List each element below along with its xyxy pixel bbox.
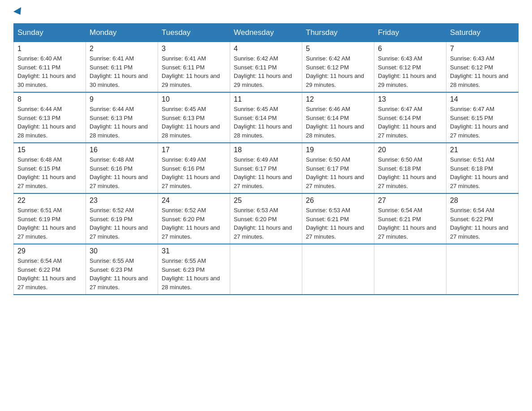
day-number: 4 (234, 45, 298, 53)
daylight-label: Daylight: 11 hours and 27 minutes. (450, 224, 508, 240)
sunrise-label: Sunrise: 6:43 AM (450, 55, 494, 62)
daylight-label: Daylight: 11 hours and 27 minutes. (17, 275, 76, 291)
daylight-label: Daylight: 11 hours and 30 minutes. (90, 73, 148, 88)
table-row: 12 Sunrise: 6:46 AM Sunset: 6:14 PM Dayl… (302, 92, 374, 143)
day-number: 1 (17, 45, 82, 53)
sunrise-label: Sunrise: 6:54 AM (17, 257, 62, 264)
sunrise-label: Sunrise: 6:48 AM (17, 156, 62, 163)
sunrise-label: Sunrise: 6:42 AM (234, 55, 278, 62)
sunrise-label: Sunrise: 6:52 AM (90, 207, 134, 214)
sunset-label: Sunset: 6:12 PM (450, 64, 493, 71)
day-info: Sunrise: 6:50 AM Sunset: 6:18 PM Dayligh… (378, 155, 442, 190)
day-info: Sunrise: 6:48 AM Sunset: 6:15 PM Dayligh… (17, 155, 82, 190)
sunrise-label: Sunrise: 6:45 AM (234, 106, 278, 112)
day-info: Sunrise: 6:43 AM Sunset: 6:12 PM Dayligh… (378, 54, 442, 89)
table-row: 10 Sunrise: 6:45 AM Sunset: 6:13 PM Dayl… (158, 92, 230, 143)
day-info: Sunrise: 6:51 AM Sunset: 6:19 PM Dayligh… (17, 206, 82, 241)
daylight-label: Daylight: 11 hours and 28 minutes. (162, 123, 220, 139)
sunrise-label: Sunrise: 6:46 AM (306, 106, 350, 112)
daylight-label: Daylight: 11 hours and 29 minutes. (378, 73, 436, 88)
sunset-label: Sunset: 6:11 PM (162, 64, 205, 71)
day-info: Sunrise: 6:54 AM Sunset: 6:22 PM Dayligh… (450, 206, 515, 241)
sunset-label: Sunset: 6:19 PM (90, 216, 133, 223)
calendar-week-row: 8 Sunrise: 6:44 AM Sunset: 6:13 PM Dayli… (14, 92, 519, 143)
day-info: Sunrise: 6:52 AM Sunset: 6:19 PM Dayligh… (90, 206, 154, 241)
daylight-label: Daylight: 11 hours and 27 minutes. (162, 224, 220, 240)
day-info: Sunrise: 6:45 AM Sunset: 6:13 PM Dayligh… (162, 105, 226, 140)
daylight-label: Daylight: 11 hours and 27 minutes. (234, 224, 292, 240)
sunset-label: Sunset: 6:15 PM (450, 115, 493, 121)
day-info: Sunrise: 6:52 AM Sunset: 6:20 PM Dayligh… (162, 206, 226, 241)
day-info: Sunrise: 6:45 AM Sunset: 6:14 PM Dayligh… (234, 105, 298, 140)
day-number: 13 (378, 95, 442, 103)
col-monday: Monday (86, 24, 158, 42)
day-info: Sunrise: 6:54 AM Sunset: 6:21 PM Dayligh… (378, 206, 442, 241)
sunset-label: Sunset: 6:18 PM (450, 165, 493, 172)
daylight-label: Daylight: 11 hours and 27 minutes. (162, 174, 220, 189)
daylight-label: Daylight: 11 hours and 28 minutes. (450, 73, 508, 88)
day-info: Sunrise: 6:47 AM Sunset: 6:14 PM Dayligh… (378, 105, 442, 140)
day-number: 15 (17, 146, 82, 154)
day-info: Sunrise: 6:53 AM Sunset: 6:21 PM Dayligh… (306, 206, 370, 241)
table-row: 16 Sunrise: 6:48 AM Sunset: 6:16 PM Dayl… (86, 143, 158, 193)
table-row: 6 Sunrise: 6:43 AM Sunset: 6:12 PM Dayli… (374, 42, 446, 93)
sunrise-label: Sunrise: 6:41 AM (162, 55, 206, 62)
day-number: 26 (306, 197, 370, 205)
table-row: 23 Sunrise: 6:52 AM Sunset: 6:19 PM Dayl… (86, 193, 158, 244)
day-number: 27 (378, 197, 442, 205)
sunset-label: Sunset: 6:12 PM (378, 64, 421, 71)
day-number: 18 (234, 146, 298, 154)
day-number: 14 (450, 95, 515, 103)
table-row: 19 Sunrise: 6:50 AM Sunset: 6:17 PM Dayl… (302, 143, 374, 193)
sunrise-label: Sunrise: 6:55 AM (162, 257, 206, 264)
daylight-label: Daylight: 11 hours and 28 minutes. (234, 123, 292, 139)
table-row: 30 Sunrise: 6:55 AM Sunset: 6:23 PM Dayl… (86, 244, 158, 295)
sunset-label: Sunset: 6:19 PM (17, 216, 60, 223)
sunrise-label: Sunrise: 6:45 AM (162, 106, 206, 112)
daylight-label: Daylight: 11 hours and 27 minutes. (306, 174, 364, 189)
table-row: 29 Sunrise: 6:54 AM Sunset: 6:22 PM Dayl… (14, 244, 86, 295)
table-row: 4 Sunrise: 6:42 AM Sunset: 6:11 PM Dayli… (230, 42, 302, 93)
table-row: 9 Sunrise: 6:44 AM Sunset: 6:13 PM Dayli… (86, 92, 158, 143)
table-row: 21 Sunrise: 6:51 AM Sunset: 6:18 PM Dayl… (446, 143, 519, 193)
table-row: 3 Sunrise: 6:41 AM Sunset: 6:11 PM Dayli… (158, 42, 230, 93)
sunrise-label: Sunrise: 6:44 AM (17, 106, 62, 112)
table-row: 15 Sunrise: 6:48 AM Sunset: 6:15 PM Dayl… (14, 143, 86, 193)
sunset-label: Sunset: 6:13 PM (162, 115, 205, 121)
table-row: 2 Sunrise: 6:41 AM Sunset: 6:11 PM Dayli… (86, 42, 158, 93)
daylight-label: Daylight: 11 hours and 27 minutes. (17, 174, 76, 189)
daylight-label: Daylight: 11 hours and 29 minutes. (162, 73, 220, 88)
table-row: 31 Sunrise: 6:55 AM Sunset: 6:23 PM Dayl… (158, 244, 230, 295)
day-number: 25 (234, 197, 298, 205)
sunset-label: Sunset: 6:14 PM (306, 115, 349, 121)
day-number: 2 (90, 45, 154, 53)
table-row (374, 244, 446, 295)
day-info: Sunrise: 6:41 AM Sunset: 6:11 PM Dayligh… (162, 54, 226, 89)
sunset-label: Sunset: 6:11 PM (234, 64, 277, 71)
table-row: 14 Sunrise: 6:47 AM Sunset: 6:15 PM Dayl… (446, 92, 519, 143)
day-number: 21 (450, 146, 515, 154)
day-info: Sunrise: 6:49 AM Sunset: 6:17 PM Dayligh… (234, 155, 298, 190)
table-row: 13 Sunrise: 6:47 AM Sunset: 6:14 PM Dayl… (374, 92, 446, 143)
daylight-label: Daylight: 11 hours and 27 minutes. (90, 224, 148, 240)
day-info: Sunrise: 6:42 AM Sunset: 6:11 PM Dayligh… (234, 54, 298, 89)
sunset-label: Sunset: 6:21 PM (306, 216, 349, 223)
daylight-label: Daylight: 11 hours and 29 minutes. (234, 73, 292, 88)
sunset-label: Sunset: 6:20 PM (234, 216, 277, 223)
day-info: Sunrise: 6:41 AM Sunset: 6:11 PM Dayligh… (90, 54, 154, 89)
table-row: 11 Sunrise: 6:45 AM Sunset: 6:14 PM Dayl… (230, 92, 302, 143)
day-number: 20 (378, 146, 442, 154)
table-row: 7 Sunrise: 6:43 AM Sunset: 6:12 PM Dayli… (446, 42, 519, 93)
day-number: 10 (162, 95, 226, 103)
day-info: Sunrise: 6:55 AM Sunset: 6:23 PM Dayligh… (162, 257, 226, 291)
sunrise-label: Sunrise: 6:53 AM (234, 207, 278, 214)
table-row: 5 Sunrise: 6:42 AM Sunset: 6:12 PM Dayli… (302, 42, 374, 93)
day-number: 31 (162, 247, 226, 255)
daylight-label: Daylight: 11 hours and 27 minutes. (17, 224, 76, 240)
logo-arrow-icon (13, 7, 24, 17)
table-row: 28 Sunrise: 6:54 AM Sunset: 6:22 PM Dayl… (446, 193, 519, 244)
sunset-label: Sunset: 6:14 PM (234, 115, 277, 121)
sunrise-label: Sunrise: 6:49 AM (234, 156, 278, 163)
sunset-label: Sunset: 6:16 PM (90, 165, 133, 172)
daylight-label: Daylight: 11 hours and 27 minutes. (378, 123, 436, 139)
